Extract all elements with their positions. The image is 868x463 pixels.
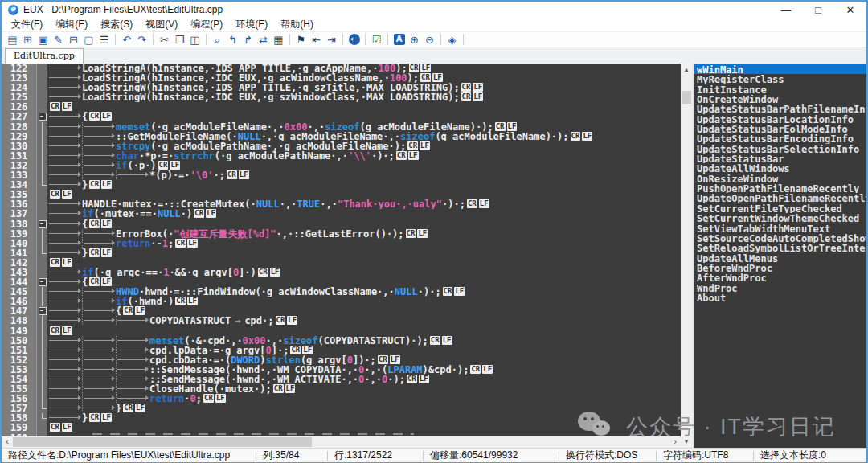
open-file-icon: ⊞ <box>23 35 32 45</box>
cr-marker: CR <box>470 365 481 374</box>
prev-bookmark-button[interactable]: ⇤ <box>309 33 324 47</box>
menu-item-2[interactable]: 搜索(S) <box>94 18 139 31</box>
code-text: LoadStringA(hInstance,·IDC_EUX,·g_acWind… <box>47 73 681 83</box>
find-next-button[interactable]: ↱ <box>240 33 256 47</box>
symbol-item-SetSourceCodeAutoCompletedShowAfter[interactable]: SetSourceCodeAutoCompletedShowAfter <box>694 233 866 243</box>
cr-marker: CR <box>378 355 388 364</box>
symbol-item-UpdateStatusBarLocationInfo[interactable]: UpdateStatusBarLocationInfo <box>694 114 866 124</box>
minimize-button[interactable]: — <box>770 2 802 18</box>
new-file-button[interactable]: ▤ <box>5 33 20 47</box>
find-in-files-button[interactable]: ▦ <box>271 33 286 47</box>
symbol-item-About[interactable]: About <box>694 293 866 302</box>
syntax-highlight-button[interactable]: A <box>391 33 407 47</box>
symbol-item-PushOpenPathFilenameRecently[interactable]: PushOpenPathFilenameRecently <box>694 183 866 193</box>
menu-item-5[interactable]: 环境(E) <box>229 18 274 31</box>
redo-button[interactable]: ↷ <box>134 33 149 47</box>
scroll-left-icon[interactable]: ‹ <box>2 436 13 448</box>
symbol-item-BeforeWndProc[interactable]: BeforeWndProc <box>694 263 866 272</box>
line-number: 145 <box>2 287 37 297</box>
replace-button[interactable]: ⇄ <box>256 33 271 47</box>
fold-toggle-icon[interactable] <box>37 219 47 229</box>
symbol-item-UpdateAllWindows[interactable]: UpdateAllWindows <box>694 163 866 173</box>
tab-editultra-cpp[interactable]: EditUltra.cpp <box>5 48 84 64</box>
zoom-in-button[interactable]: ⊕ <box>407 33 422 47</box>
symbol-item-SetViewTabWidthMenuText[interactable]: SetViewTabWidthMenuText <box>694 223 866 233</box>
cr-marker: CR <box>175 297 186 305</box>
menu-item-4[interactable]: 编程(P) <box>184 18 229 31</box>
bookmark-button[interactable]: ⚑ <box>293 33 309 47</box>
symbol-item-UpdateStatusBarEolModeInfo[interactable]: UpdateStatusBarEolModeInfo <box>694 124 866 133</box>
symbol-item-MyRegisterClass[interactable]: MyRegisterClass <box>694 74 866 84</box>
code-editor[interactable]: 122LoadStringA(hInstance,·IDS_APP_TITLE,… <box>2 64 681 436</box>
symbol-item-SetCurrentWindowThemeChecked[interactable]: SetCurrentWindowThemeChecked <box>694 213 866 223</box>
fold-toggle-icon[interactable] <box>37 112 47 121</box>
fold-toggle-icon[interactable] <box>37 306 47 316</box>
vertical-scrollbar-thumb[interactable] <box>682 91 691 104</box>
lf-marker: LF <box>507 122 518 131</box>
code-text: LoadStringW(hInstance,·IDC_EUX,·g_szWind… <box>47 92 681 102</box>
code-text: }CRLF <box>47 180 681 190</box>
next-bookmark-button[interactable]: ⇥ <box>324 33 339 47</box>
line-list-button[interactable]: ☰ <box>96 33 112 47</box>
cut-button[interactable]: ✂ <box>157 33 172 47</box>
symbol-item-UpdateStatusBarPathFilenameInfo[interactable]: UpdateStatusBarPathFilenameInfo <box>694 104 866 113</box>
code-text: cpd.lpData·=·g_argv[0]·;CRLF <box>47 346 681 355</box>
symbol-item-AfterWndProc[interactable]: AfterWndProc <box>694 272 866 282</box>
tab-whitespace-icon <box>48 404 82 412</box>
menu-item-6[interactable]: 帮助(H) <box>274 18 320 31</box>
fold-margin <box>37 413 47 423</box>
todo-list-button[interactable]: ☑ <box>369 33 384 47</box>
lf-marker: LF <box>101 112 112 121</box>
symbol-item-SetReloadSymbolListOrTreeIntervalMe[interactable]: SetReloadSymbolListOrTreeIntervalMe <box>694 243 866 252</box>
undo-button[interactable]: ↶ <box>119 33 134 47</box>
close-button[interactable]: ✕ <box>834 2 866 18</box>
scroll-up-icon[interactable]: ▴ <box>681 64 692 75</box>
cr-marker: CR <box>50 190 60 199</box>
menu-item-3[interactable]: 视图(V) <box>139 18 184 31</box>
symbol-item-UpdateOpenPathFilenameRecently[interactable]: UpdateOpenPathFilenameRecently <box>694 193 866 203</box>
scroll-down-icon[interactable]: ▾ <box>681 436 692 448</box>
symbol-item-UpdateStatusBarEncodingInfo[interactable]: UpdateStatusBarEncodingInfo <box>694 133 866 143</box>
scroll-right-icon[interactable]: › <box>669 436 681 448</box>
menu-item-0[interactable]: 文件(F) <box>5 18 49 31</box>
cr-marker: CR <box>50 102 60 111</box>
tab-whitespace-icon <box>48 83 82 92</box>
toolbar-separator <box>440 34 441 45</box>
zoom-out-button[interactable]: ⊖ <box>422 33 437 47</box>
symbol-item-wWinMain[interactable]: wWinMain <box>694 64 866 74</box>
about-button[interactable]: ◈ <box>444 33 460 47</box>
go-back-button[interactable]: ← <box>346 33 362 47</box>
symbol-item-InitInstance[interactable]: InitInstance <box>694 84 866 94</box>
lf-marker: LF <box>62 326 72 335</box>
toolbar-separator <box>289 34 290 45</box>
close-file-button[interactable]: ▢ <box>81 33 96 47</box>
maximize-button[interactable]: □ <box>802 2 834 18</box>
paste-button[interactable]: ◫ <box>187 33 203 47</box>
horizontal-scrollbar-thumb[interactable] <box>13 437 312 447</box>
save-button[interactable]: ▣ <box>35 33 51 47</box>
symbol-item-UpdateStatusBarSelectionInfo[interactable]: UpdateStatusBarSelectionInfo <box>694 144 866 154</box>
symbol-item-SetCurrentFileTypeChecked[interactable]: SetCurrentFileTypeChecked <box>694 203 866 213</box>
copy-button[interactable]: ❐ <box>172 33 187 47</box>
line-number: 135 <box>2 190 37 199</box>
fold-toggle-icon[interactable] <box>37 277 47 287</box>
lf-marker: LF <box>454 287 465 296</box>
find-button[interactable]: ⌕ <box>210 33 225 47</box>
symbol-item-WndProc[interactable]: WndProc <box>694 283 866 293</box>
vertical-scrollbar[interactable]: ▴ <box>681 64 692 436</box>
horizontal-scrollbar[interactable]: ‹ › <box>2 436 681 448</box>
save-all-button[interactable]: ⊟ <box>66 33 81 47</box>
code-line-146: 146if(·hwnd·)CRLF <box>2 297 681 306</box>
save-as-button[interactable]: ✎ <box>51 33 66 47</box>
symbol-item-UpdateAllMenus[interactable]: UpdateAllMenus <box>694 253 866 263</box>
line-number: 149 <box>2 326 37 336</box>
tab-whitespace-icon <box>82 239 116 248</box>
open-file-button[interactable]: ⊞ <box>20 33 35 47</box>
find-prev-button[interactable]: ↰ <box>225 33 240 47</box>
menu-item-1[interactable]: 编辑(E) <box>49 18 94 31</box>
lf-marker: LF <box>417 229 428 238</box>
symbol-item-OnResizeWindow[interactable]: OnResizeWindow <box>694 174 866 183</box>
tab-whitespace-icon <box>48 239 82 248</box>
symbol-item-OnCreateWindow[interactable]: OnCreateWindow <box>694 94 866 104</box>
symbol-item-UpdateStatusBar[interactable]: UpdateStatusBar <box>694 154 866 163</box>
